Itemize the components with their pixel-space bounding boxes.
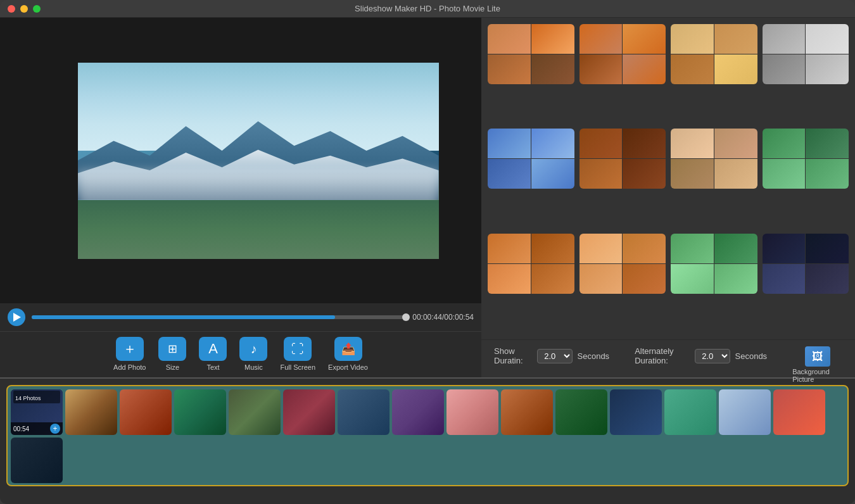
settings-row: Show Duratin: 2.0 1.0 3.0 4.0 5.0 Second… (481, 339, 855, 377)
effect-thumb[interactable] (580, 24, 666, 84)
effect-thumb[interactable] (671, 234, 757, 294)
close-button[interactable] (8, 5, 15, 13)
alt-duration-select[interactable]: 2.0 1.0 3.0 4.0 5.0 (695, 349, 730, 363)
titlebar: Slideshow Maker HD - Photo Movie Lite (0, 0, 855, 18)
minimize-button[interactable] (20, 5, 28, 13)
list-item[interactable] (11, 438, 63, 483)
effect-thumb[interactable] (671, 129, 757, 189)
show-duration-label: Show Duratin: (494, 346, 532, 365)
add-photo-button[interactable]: ＋ Add Photo (113, 337, 146, 371)
fullscreen-icon: ⛶ (284, 337, 312, 361)
effect-thumb[interactable] (488, 234, 574, 294)
text-button[interactable]: A Text (199, 337, 227, 371)
text-label: Text (206, 363, 219, 371)
list-item[interactable] (283, 389, 335, 435)
music-label: Music (244, 363, 263, 371)
show-duration-select[interactable]: 2.0 1.0 3.0 4.0 5.0 (537, 349, 572, 363)
time-display: 00:00:44/00:00:54 (412, 313, 474, 322)
alt-duration-unit: Seconds (735, 351, 768, 361)
add-item-button[interactable]: + (50, 424, 60, 434)
foreground-layer (78, 200, 439, 259)
play-button[interactable] (8, 308, 25, 326)
list-item[interactable] (65, 389, 117, 435)
list-item[interactable] (719, 389, 771, 435)
fullscreen-label: Full Screen (280, 363, 315, 371)
main-area: 00:00:44/00:00:54 ＋ Add Photo ⊞ Size A T… (0, 18, 855, 377)
timeline-duration: 00:54 (13, 425, 29, 432)
effect-thumb[interactable] (763, 234, 849, 294)
list-item[interactable] (664, 389, 716, 435)
alt-duration-group: Alternately Duration: 2.0 1.0 3.0 4.0 5.… (635, 346, 767, 365)
timeline-photo-count: 14 Photos (15, 395, 41, 401)
bottom-timeline: 00:54 + 14 Photos (0, 377, 855, 504)
right-panels: Show Duratin: 2.0 1.0 3.0 4.0 5.0 Second… (481, 18, 855, 377)
effect-thumb[interactable] (580, 234, 666, 294)
effects-panel (481, 18, 855, 339)
timeline-item-first[interactable]: 00:54 + 14 Photos (11, 389, 63, 435)
preview-image (78, 63, 439, 259)
background-picture-label: Background Picture (792, 368, 842, 383)
preview-panel: 00:00:44/00:00:54 ＋ Add Photo ⊞ Size A T… (0, 18, 481, 377)
progress-track[interactable] (32, 315, 406, 319)
effect-thumb[interactable] (488, 129, 574, 189)
list-item[interactable] (446, 389, 498, 435)
size-button[interactable]: ⊞ Size (158, 337, 186, 371)
timeline-track: 00:54 + 14 Photos (6, 385, 849, 486)
effect-thumb[interactable] (763, 24, 849, 84)
music-icon: ♪ (239, 337, 267, 361)
music-button[interactable]: ♪ Music (239, 337, 267, 371)
toolbar: ＋ Add Photo ⊞ Size A Text ♪ Music ⛶ Full… (0, 331, 481, 377)
alt-duration-label: Alternately Duration: (635, 346, 690, 365)
effect-thumb[interactable] (580, 129, 666, 189)
show-duration-group: Show Duratin: 2.0 1.0 3.0 4.0 5.0 Second… (494, 346, 609, 365)
list-item[interactable] (555, 389, 607, 435)
list-item[interactable] (501, 389, 553, 435)
list-item[interactable] (773, 389, 825, 435)
effect-thumb[interactable] (763, 129, 849, 189)
maximize-button[interactable] (33, 5, 41, 13)
export-icon: 📤 (334, 337, 362, 361)
list-item[interactable] (392, 389, 444, 435)
progress-thumb (402, 313, 410, 321)
effect-thumb[interactable] (488, 24, 574, 84)
show-duration-unit: Seconds (578, 351, 610, 361)
add-photo-label: Add Photo (113, 363, 146, 371)
list-item[interactable] (174, 389, 226, 435)
window-controls (8, 5, 41, 13)
size-label: Size (166, 363, 179, 371)
list-item[interactable] (338, 389, 390, 435)
video-preview (0, 18, 481, 303)
size-icon: ⊞ (158, 337, 186, 361)
progress-area: 00:00:44/00:00:54 (0, 303, 481, 331)
app-title: Slideshow Maker HD - Photo Movie Lite (355, 4, 500, 13)
list-item[interactable] (229, 389, 281, 435)
list-item[interactable] (120, 389, 172, 435)
export-label: Export Video (328, 363, 368, 371)
add-photo-icon: ＋ (116, 337, 144, 361)
list-item[interactable] (610, 389, 662, 435)
play-icon (13, 313, 21, 322)
export-button[interactable]: 📤 Export Video (328, 337, 368, 371)
background-picture-button[interactable]: 🖼 Background Picture (792, 346, 842, 383)
background-picture-icon: 🖼 (805, 346, 830, 367)
effect-thumb[interactable] (671, 24, 757, 84)
text-icon: A (199, 337, 227, 361)
progress-fill (32, 315, 335, 319)
fullscreen-button[interactable]: ⛶ Full Screen (280, 337, 315, 371)
